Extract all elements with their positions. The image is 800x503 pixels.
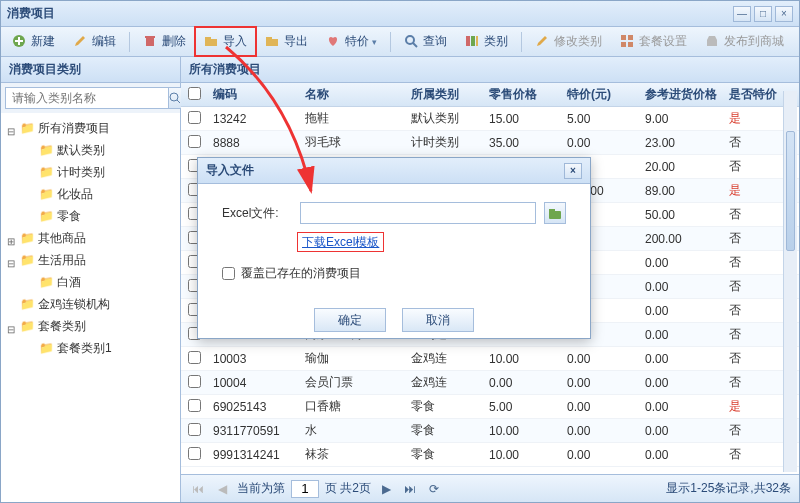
column-special[interactable]: 特价(元): [561, 86, 639, 103]
dialog-title: 导入文件: [206, 162, 254, 179]
tree-node[interactable]: ⊟📁生活用品: [3, 249, 178, 271]
folder-icon: 📁: [39, 338, 54, 358]
svg-line-8: [413, 43, 417, 47]
svg-point-7: [406, 36, 414, 44]
svg-rect-12: [621, 35, 626, 40]
table-row[interactable]: 9311770591水零食10.000.000.00否: [181, 419, 799, 443]
row-checkbox[interactable]: [188, 399, 201, 412]
column-category[interactable]: 所属类别: [405, 86, 483, 103]
svg-point-17: [170, 93, 178, 101]
toolbar-modcat-button: 修改类别: [528, 29, 609, 54]
maximize-button[interactable]: □: [754, 6, 772, 22]
row-checkbox[interactable]: [188, 423, 201, 436]
folder-icon: [265, 34, 281, 50]
table-row[interactable]: 9991314241袜茶零食10.000.000.00否: [181, 443, 799, 467]
pager-prev[interactable]: ◀: [213, 482, 231, 496]
tree-node[interactable]: 📁零食: [3, 205, 178, 227]
folder-icon: 📁: [20, 316, 35, 336]
folder-icon: 📁: [20, 250, 35, 270]
toolbar-catset-button[interactable]: 类别: [458, 29, 515, 54]
row-checkbox[interactable]: [188, 111, 201, 124]
dialog-close-button[interactable]: ×: [564, 163, 582, 179]
tree-node[interactable]: ⊟📁所有消费项目: [3, 117, 178, 139]
pager-page-input[interactable]: [291, 480, 319, 498]
tree-toggle-icon: [24, 144, 36, 156]
grid-header: 编码 名称 所属类别 零售价格 特价(元) 参考进货价格 是否特价: [181, 83, 799, 107]
tree-node[interactable]: 📁化妆品: [3, 183, 178, 205]
tree-toggle-icon: [5, 298, 17, 310]
folder-icon: 📁: [20, 228, 35, 248]
pager-summary: 显示1-25条记录,共32条: [666, 480, 791, 497]
file-path-input[interactable]: [300, 202, 536, 224]
tree-toggle-icon: ⊟: [5, 254, 17, 266]
overwrite-label: 覆盖已存在的消费项目: [241, 265, 361, 282]
select-all-checkbox[interactable]: [188, 87, 201, 100]
folder-icon: 📁: [20, 294, 35, 314]
tree-node[interactable]: 📁金鸡连锁机构: [3, 293, 178, 315]
toolbar-export-button[interactable]: 导出: [258, 29, 315, 54]
bars-icon: [465, 34, 481, 50]
toolbar-delete-button[interactable]: 删除: [136, 29, 193, 54]
table-row[interactable]: 13242拖鞋默认类别15.005.009.00是: [181, 107, 799, 131]
category-search-input[interactable]: [5, 87, 169, 109]
chevron-down-icon: ▾: [372, 37, 377, 47]
close-button[interactable]: ×: [775, 6, 793, 22]
import-dialog: 导入文件 × Excel文件: 下载Excel模板 覆盖已存在的消费项目 确定 …: [197, 157, 591, 339]
browse-button[interactable]: [544, 202, 566, 224]
table-row[interactable]: 10003瑜伽金鸡连10.000.000.00否: [181, 347, 799, 371]
titlebar: 消费项目 — □ ×: [1, 1, 799, 27]
tree-node[interactable]: 📁套餐类别1: [3, 337, 178, 359]
toolbar-edit-button[interactable]: 编辑: [66, 29, 123, 54]
row-checkbox[interactable]: [188, 135, 201, 148]
table-row[interactable]: 69025143口香糖零食5.000.000.00是: [181, 395, 799, 419]
download-template-link[interactable]: 下载Excel模板: [300, 235, 381, 249]
column-flag[interactable]: 是否特价: [723, 86, 789, 103]
overwrite-checkbox[interactable]: [222, 267, 235, 280]
search-icon: [169, 92, 181, 104]
tree-node[interactable]: ⊞📁其他商品: [3, 227, 178, 249]
svg-rect-3: [205, 39, 217, 46]
toolbar-import-button[interactable]: 导入: [197, 29, 254, 54]
toolbar: 新建编辑删除导入导出特价▾查询类别修改类别套餐设置发布到商城: [1, 27, 799, 57]
svg-rect-10: [471, 36, 475, 46]
vertical-scrollbar[interactable]: [783, 91, 797, 472]
folder-icon: 📁: [39, 184, 54, 204]
column-cost[interactable]: 参考进货价格: [639, 86, 723, 103]
toolbar-new-button[interactable]: 新建: [5, 29, 62, 54]
column-price[interactable]: 零售价格: [483, 86, 561, 103]
row-checkbox[interactable]: [188, 447, 201, 460]
column-code[interactable]: 编码: [207, 86, 299, 103]
pager: ⏮ ◀ 当前为第 页 共2页 ▶ ⏭ ⟳ 显示1-25条记录,共32条: [181, 474, 799, 502]
svg-rect-11: [476, 36, 478, 46]
svg-rect-16: [707, 40, 717, 46]
svg-rect-13: [628, 35, 633, 40]
file-label: Excel文件:: [222, 205, 292, 222]
toolbar-query-button[interactable]: 查询: [397, 29, 454, 54]
tree-node[interactable]: 📁白酒: [3, 271, 178, 293]
minimize-button[interactable]: —: [733, 6, 751, 22]
pager-next[interactable]: ▶: [377, 482, 395, 496]
row-checkbox[interactable]: [188, 375, 201, 388]
table-row[interactable]: 8888羽毛球计时类别35.000.0023.00否: [181, 131, 799, 155]
ok-button[interactable]: 确定: [314, 308, 386, 332]
pager-first[interactable]: ⏮: [189, 482, 207, 496]
pager-refresh[interactable]: ⟳: [425, 482, 443, 496]
tree-toggle-icon: ⊞: [5, 232, 17, 244]
svg-rect-15: [628, 42, 633, 47]
trash-icon: [143, 34, 159, 50]
toolbar-combo-button: 套餐设置: [613, 29, 694, 54]
column-name[interactable]: 名称: [299, 86, 405, 103]
table-row[interactable]: 10004会员门票金鸡连0.000.000.00否: [181, 371, 799, 395]
tree-node[interactable]: ⊟📁套餐类别: [3, 315, 178, 337]
tree-node[interactable]: 📁计时类别: [3, 161, 178, 183]
cancel-button[interactable]: 取消: [402, 308, 474, 332]
pencil-icon: [73, 34, 89, 50]
pager-last[interactable]: ⏭: [401, 482, 419, 496]
svg-line-18: [177, 100, 180, 103]
folder-icon: 📁: [39, 140, 54, 160]
svg-rect-19: [549, 211, 561, 219]
toolbar-special-button[interactable]: 特价▾: [319, 29, 384, 54]
tree-node[interactable]: 📁默认类别: [3, 139, 178, 161]
row-checkbox[interactable]: [188, 351, 201, 364]
pencil-icon: [535, 34, 551, 50]
